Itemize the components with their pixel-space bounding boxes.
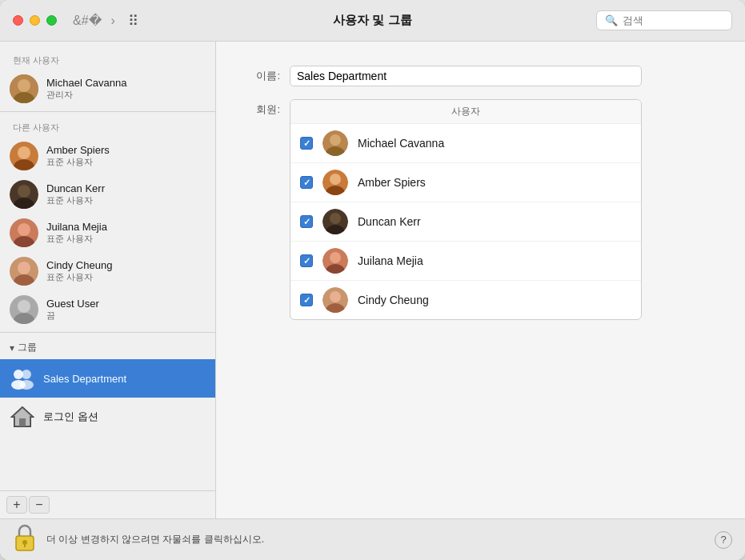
member-row-juilana: Juilana Mejia bbox=[290, 242, 641, 281]
user-info-amber: Amber Spiers 표준 사용자 bbox=[46, 144, 110, 168]
svg-point-32 bbox=[330, 213, 341, 224]
member-avatar-cindy bbox=[322, 287, 348, 313]
member-name-cindy: Cindy Cheung bbox=[358, 294, 429, 306]
close-button[interactable] bbox=[13, 15, 23, 26]
username-guest: Guest User bbox=[46, 298, 99, 310]
svg-point-38 bbox=[330, 291, 341, 302]
svg-point-16 bbox=[18, 300, 30, 313]
members-column-header: 사용자 bbox=[290, 100, 641, 124]
remove-button[interactable]: − bbox=[29, 496, 50, 514]
member-avatar-michael bbox=[322, 130, 348, 156]
face-svg-amber bbox=[10, 142, 38, 170]
sidebar-item-amber[interactable]: Amber Spiers 표준 사용자 bbox=[0, 137, 215, 175]
divider-2 bbox=[0, 332, 215, 333]
member-face-duncan bbox=[322, 209, 348, 234]
svg-point-7 bbox=[18, 185, 30, 198]
member-name-michael: Michael Cavanna bbox=[358, 137, 444, 150]
fullscreen-button[interactable] bbox=[46, 15, 57, 26]
search-box: 🔍 bbox=[596, 10, 732, 30]
checkbox-amber[interactable] bbox=[300, 176, 313, 189]
userrole-michael: 관리자 bbox=[46, 89, 126, 101]
titlebar: &#� › ⠿ 사용자 및 그룹 🔍 bbox=[0, 0, 745, 42]
sidebar-bottom-bar: + − bbox=[0, 490, 215, 518]
members-field-row: 회원: 사용자 Michael Cavanna bbox=[248, 99, 713, 320]
user-info-michael: Michael Cavanna 관리자 bbox=[46, 77, 126, 101]
checkbox-michael[interactable] bbox=[300, 137, 313, 150]
userrole-duncan: 표준 사용자 bbox=[46, 194, 105, 206]
svg-point-4 bbox=[18, 146, 30, 159]
member-row-duncan: Duncan Kerr bbox=[290, 202, 641, 242]
lock-help-text: 더 이상 변경하지 않으려면 자물쇠를 클릭하십시오. bbox=[46, 533, 264, 546]
name-field-row: 이름: bbox=[248, 66, 713, 86]
member-name-duncan: Duncan Kerr bbox=[358, 215, 421, 228]
avatar-guest bbox=[10, 295, 38, 324]
svg-point-10 bbox=[18, 223, 30, 236]
divider-1 bbox=[0, 111, 215, 112]
member-row-cindy: Cindy Cheung bbox=[290, 281, 641, 319]
user-info-guest: Guest User 끔 bbox=[46, 298, 99, 322]
userrole-cindy: 표준 사용자 bbox=[46, 271, 112, 283]
member-face-michael bbox=[322, 130, 348, 156]
userrole-guest: 끔 bbox=[46, 310, 99, 322]
minimize-button[interactable] bbox=[30, 15, 40, 26]
avatar-duncan bbox=[10, 180, 38, 209]
svg-marker-24 bbox=[12, 407, 33, 426]
member-avatar-juilana bbox=[322, 248, 348, 274]
bottom-bar: 더 이상 변경하지 않으려면 자물쇠를 클릭하십시오. ? bbox=[0, 518, 745, 560]
members-label: 회원: bbox=[248, 99, 280, 117]
username-amber: Amber Spiers bbox=[46, 144, 110, 156]
svg-point-13 bbox=[18, 262, 30, 274]
svg-point-1 bbox=[18, 79, 30, 92]
userrole-amber: 표준 사용자 bbox=[46, 156, 110, 168]
user-info-duncan: Duncan Kerr 표준 사용자 bbox=[46, 182, 105, 206]
sidebar-list: 현재 사용자 Michael Cavanna 관리자 bbox=[0, 42, 215, 490]
sidebar: 현재 사용자 Michael Cavanna 관리자 bbox=[0, 42, 216, 518]
detail-panel: 이름: 회원: 사용자 bbox=[216, 42, 745, 518]
back-button[interactable]: &#� bbox=[70, 11, 105, 30]
forward-button[interactable]: › bbox=[108, 11, 118, 30]
name-label: 이름: bbox=[248, 66, 280, 83]
checkbox-cindy[interactable] bbox=[300, 294, 313, 306]
member-face-juilana bbox=[322, 248, 348, 274]
avatar-amber bbox=[10, 142, 38, 170]
chevron-down-icon: ▾ bbox=[10, 342, 14, 354]
sidebar-item-guest[interactable]: Guest User 끔 bbox=[0, 290, 215, 329]
user-info-juilana: Juilana Mejia 표준 사용자 bbox=[46, 221, 107, 245]
member-row-amber: Amber Spiers bbox=[290, 163, 641, 202]
member-face-cindy bbox=[322, 287, 348, 313]
svg-point-35 bbox=[330, 252, 341, 263]
avatar-cindy bbox=[10, 257, 38, 286]
group-icon bbox=[10, 366, 35, 391]
username-cindy: Cindy Cheung bbox=[46, 259, 112, 271]
people-icon bbox=[10, 367, 34, 390]
sidebar-item-michael[interactable]: Michael Cavanna 관리자 bbox=[0, 70, 215, 108]
lock-icon[interactable] bbox=[13, 523, 37, 556]
name-input[interactable] bbox=[290, 66, 642, 86]
add-button[interactable]: + bbox=[6, 496, 27, 514]
main-content: 현재 사용자 Michael Cavanna 관리자 bbox=[0, 42, 745, 518]
svg-point-19 bbox=[22, 370, 31, 379]
house-icon bbox=[10, 406, 34, 428]
username-juilana: Juilana Mejia bbox=[46, 221, 107, 233]
sidebar-item-login-options[interactable]: 로그인 옵션 bbox=[0, 398, 215, 436]
sidebar-item-cindy[interactable]: Cindy Cheung 표준 사용자 bbox=[0, 252, 215, 290]
sidebar-item-sales-department[interactable]: Sales Department bbox=[0, 359, 215, 398]
checkbox-juilana[interactable] bbox=[300, 254, 313, 267]
grid-icon[interactable]: ⠿ bbox=[128, 12, 138, 30]
member-name-amber: Amber Spiers bbox=[358, 176, 426, 189]
checkbox-duncan[interactable] bbox=[300, 215, 313, 228]
search-input[interactable] bbox=[623, 14, 719, 26]
groups-toggle[interactable]: ▾ 그룹 bbox=[0, 336, 215, 359]
members-box: 사용자 Michael Cavanna bbox=[290, 99, 642, 320]
face-svg-michael bbox=[10, 74, 38, 103]
svg-point-29 bbox=[330, 174, 341, 185]
sidebar-item-duncan[interactable]: Duncan Kerr 표준 사용자 bbox=[0, 175, 215, 214]
member-face-amber bbox=[322, 170, 348, 195]
userrole-juilana: 표준 사용자 bbox=[46, 233, 107, 245]
member-name-juilana: Juilana Mejia bbox=[358, 254, 423, 267]
face-svg-juilana bbox=[10, 218, 38, 247]
sidebar-item-juilana[interactable]: Juilana Mejia 표준 사용자 bbox=[0, 214, 215, 252]
search-icon: 🔍 bbox=[605, 14, 618, 26]
help-button[interactable]: ? bbox=[715, 531, 732, 549]
face-svg-guest bbox=[10, 295, 38, 324]
